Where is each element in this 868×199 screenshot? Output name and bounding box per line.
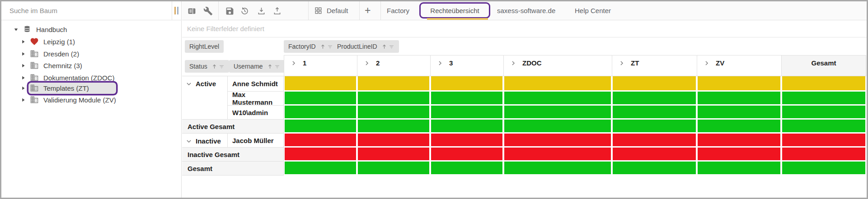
- tree-item-leipzig-1[interactable]: Leipzig (1): [19, 36, 79, 47]
- pivot-cell[interactable]: [698, 106, 780, 118]
- pivot-cell[interactable]: [285, 92, 356, 104]
- row-header-anne-schmidt[interactable]: Anne Schmidt: [228, 76, 284, 92]
- pivot-cell[interactable]: [358, 134, 429, 146]
- chevron-right-icon[interactable]: [437, 60, 443, 68]
- tab-help-center[interactable]: Help Center: [575, 1, 611, 20]
- pivot-cell[interactable]: [782, 134, 865, 146]
- pivot-cell[interactable]: [504, 76, 611, 90]
- pivot-cell[interactable]: [613, 148, 696, 160]
- caret-right-icon[interactable]: [19, 50, 27, 57]
- column-header-2[interactable]: 2: [357, 55, 430, 76]
- pivot-cell[interactable]: [613, 120, 696, 132]
- sort-up-icon[interactable]: [211, 64, 217, 69]
- filter-icon[interactable]: [389, 44, 394, 50]
- caret-right-icon[interactable]: [19, 62, 27, 69]
- panel-toggle-icon-button[interactable]: [186, 5, 197, 16]
- splitter-handle[interactable]: [174, 7, 179, 14]
- pivot-cell[interactable]: [504, 92, 611, 104]
- pivot-cell[interactable]: [358, 76, 429, 90]
- pivot-cell[interactable]: [285, 148, 356, 160]
- sort-up-icon[interactable]: [267, 64, 273, 69]
- field-chip-productlineid[interactable]: ProductLineID: [333, 40, 399, 53]
- tab-saxess-software-de[interactable]: saxess-software.de: [497, 1, 555, 20]
- tree-item-body[interactable]: Chemnitz (3): [28, 60, 86, 71]
- add-tab-button[interactable]: +: [365, 1, 371, 20]
- field-chip-username[interactable]: Username: [229, 60, 285, 73]
- pivot-cell[interactable]: [698, 148, 780, 160]
- pivot-cell[interactable]: [613, 106, 696, 118]
- row-header-max-mustermann[interactable]: Max Mustermann: [228, 92, 284, 106]
- chevron-down-icon[interactable]: [186, 81, 192, 88]
- tree-item-body[interactable]: Dokumentation (ZDOC): [28, 72, 118, 83]
- tree-item-body[interactable]: Templates (ZT): [28, 83, 116, 94]
- chevron-right-icon[interactable]: [619, 60, 625, 68]
- sort-filter-icons[interactable]: [320, 44, 333, 50]
- pivot-cell[interactable]: [698, 76, 780, 90]
- pivot-cell[interactable]: [613, 76, 696, 90]
- filter-icon[interactable]: [274, 64, 280, 69]
- pivot-cell[interactable]: [504, 106, 611, 118]
- column-header-zdoc[interactable]: ZDOC: [503, 55, 612, 76]
- pivot-cell[interactable]: [782, 92, 865, 104]
- pivot-cell[interactable]: [431, 92, 502, 104]
- caret-right-icon[interactable]: [19, 84, 27, 92]
- chevron-right-icon[interactable]: [291, 60, 297, 68]
- tree-item-validierung-module-zv[interactable]: Validierung Module (ZV): [19, 94, 120, 106]
- pivot-cell[interactable]: [431, 76, 502, 90]
- column-header-zv[interactable]: ZV: [697, 55, 781, 76]
- chevron-down-icon[interactable]: [186, 138, 192, 146]
- pivot-cell[interactable]: [504, 120, 611, 132]
- field-chip-status[interactable]: Status: [185, 60, 229, 73]
- pivot-cell[interactable]: [358, 92, 429, 104]
- row-header-w10-admin[interactable]: W10\admin: [228, 106, 284, 120]
- sort-up-icon[interactable]: [320, 44, 326, 50]
- pivot-cell[interactable]: [358, 120, 429, 132]
- pivot-cell[interactable]: [698, 162, 780, 174]
- tree-item-body[interactable]: Validierung Module (ZV): [28, 94, 120, 106]
- pivot-cell[interactable]: [504, 134, 611, 146]
- caret-right-icon[interactable]: [19, 74, 27, 81]
- pivot-cell[interactable]: [431, 134, 502, 146]
- field-chip-rightlevel[interactable]: RightLevel: [185, 40, 224, 53]
- pivot-cell[interactable]: [698, 134, 780, 146]
- pivot-cell[interactable]: [782, 106, 865, 118]
- pivot-cell[interactable]: [285, 162, 356, 174]
- pivot-cell[interactable]: [782, 120, 865, 132]
- tree-item-handbuch[interactable]: Handbuch: [12, 23, 70, 35]
- tree-item-body[interactable]: Leipzig (1): [28, 36, 79, 47]
- pivot-cell[interactable]: [698, 92, 780, 104]
- pivot-cell[interactable]: [358, 162, 429, 174]
- save-icon-button[interactable]: [224, 5, 235, 16]
- pivot-cell[interactable]: [431, 106, 502, 118]
- pivot-cell[interactable]: [782, 162, 865, 174]
- tree-item-body[interactable]: Handbuch: [21, 24, 70, 35]
- pivot-cell[interactable]: [285, 76, 356, 90]
- pivot-cell[interactable]: [358, 106, 429, 118]
- row-group-active[interactable]: Active: [182, 76, 228, 120]
- caret-right-icon[interactable]: [19, 96, 27, 103]
- sort-up-icon[interactable]: [381, 44, 387, 50]
- pivot-cell[interactable]: [504, 148, 611, 160]
- column-header-zt[interactable]: ZT: [612, 55, 697, 76]
- layout-selector-button[interactable]: Default: [314, 1, 348, 20]
- chevron-right-icon[interactable]: [510, 60, 516, 68]
- pivot-cell[interactable]: [358, 148, 429, 160]
- pivot-cell[interactable]: [504, 162, 611, 174]
- pivot-cell[interactable]: [285, 134, 356, 146]
- search-input[interactable]: [1, 1, 172, 20]
- filter-fields-area[interactable]: Keine Filterfelder definiert: [182, 20, 867, 37]
- row-group-inactive[interactable]: Inactive: [182, 134, 228, 148]
- pivot-cell[interactable]: [285, 106, 356, 118]
- pivot-cell[interactable]: [698, 120, 780, 132]
- upload-icon-button[interactable]: [272, 5, 282, 16]
- tab-factory[interactable]: Factory: [387, 1, 409, 20]
- caret-right-icon[interactable]: [19, 38, 27, 45]
- pivot-cell[interactable]: [431, 162, 502, 174]
- pivot-cell[interactable]: [431, 148, 502, 160]
- pivot-cell[interactable]: [285, 120, 356, 132]
- tree-item-dresden-2[interactable]: Dresden (2): [19, 48, 83, 60]
- tab-rechte-bersicht[interactable]: Rechteübersicht: [430, 7, 479, 14]
- wrench-icon-button[interactable]: [202, 5, 213, 16]
- history-icon-button[interactable]: [239, 5, 250, 16]
- pivot-cell[interactable]: [613, 162, 696, 174]
